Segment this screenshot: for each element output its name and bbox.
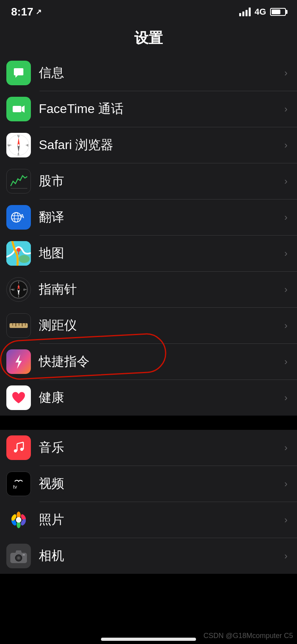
- svg-rect-45: [10, 439, 27, 456]
- measure-chevron: ›: [284, 320, 287, 331]
- messages-chevron: ›: [284, 67, 287, 79]
- compass-icon: N S W E: [6, 277, 31, 302]
- location-icon: ↗: [36, 8, 42, 16]
- svg-text:E: E: [27, 144, 29, 147]
- settings-section-1: 信息 › FaceTime 通话 ›: [0, 55, 297, 416]
- page-title-section: 设置: [0, 24, 297, 55]
- safari-chevron: ›: [284, 140, 287, 151]
- stocks-chevron: ›: [284, 176, 287, 187]
- signal-bars: [239, 8, 251, 16]
- svg-rect-63: [23, 554, 25, 556]
- photos-label: 照片: [39, 511, 284, 529]
- health-icon: [6, 385, 31, 410]
- svg-point-24: [19, 255, 30, 263]
- svg-point-62: [17, 557, 20, 559]
- music-label: 音乐: [39, 439, 284, 456]
- settings-row-camera[interactable]: 相机 ›: [0, 538, 297, 574]
- svg-point-18: [11, 213, 21, 222]
- battery-indicator: [270, 8, 286, 16]
- translate-icon: A: [6, 205, 31, 230]
- messages-label: 信息: [39, 64, 284, 82]
- safari-label: Safari 浏览器: [39, 136, 284, 154]
- network-label: 4G: [255, 7, 266, 17]
- health-label: 健康: [39, 389, 284, 406]
- svg-marker-43: [15, 355, 22, 369]
- photos-icon: [6, 508, 31, 532]
- settings-row-shortcuts[interactable]: 快捷指令 ›: [0, 344, 297, 380]
- settings-row-photos[interactable]: 照片 ›: [0, 502, 297, 538]
- settings-section-2: 音乐 › tv 视频 ›: [0, 430, 297, 574]
- camera-icon: [6, 544, 31, 568]
- settings-row-maps[interactable]: 地图 ›: [0, 236, 297, 271]
- music-icon: [6, 435, 31, 460]
- svg-text:W: W: [8, 144, 10, 147]
- status-right: 4G: [239, 7, 286, 17]
- stocks-icon: [6, 169, 31, 194]
- music-chevron: ›: [284, 442, 287, 453]
- tv-label: 视频: [39, 475, 284, 493]
- watermark: CSDN @G18Mcomputer C5: [204, 632, 293, 640]
- camera-label: 相机: [39, 547, 284, 565]
- time-label: 8:17: [11, 6, 33, 18]
- settings-row-stocks[interactable]: 股市 ›: [0, 163, 297, 199]
- settings-row-translate[interactable]: A 翻译 ›: [0, 199, 297, 235]
- settings-row-compass[interactable]: N S W E 指南针 ›: [0, 272, 297, 307]
- shortcuts-label: 快捷指令: [39, 353, 284, 370]
- page-title: 设置: [0, 29, 297, 48]
- svg-text:A: A: [20, 213, 24, 219]
- settings-row-health[interactable]: 健康 ›: [0, 380, 297, 416]
- maps-label: 地图: [39, 245, 284, 262]
- settings-row-safari[interactable]: N S W E Safari 浏览器 ›: [0, 127, 297, 163]
- svg-text:N: N: [17, 134, 19, 137]
- facetime-icon: [6, 97, 31, 121]
- status-time: 8:17 ↗: [11, 6, 42, 18]
- section-gap: [0, 416, 297, 430]
- status-bar: 8:17 ↗ 4G: [0, 0, 297, 24]
- safari-icon: N S W E: [6, 133, 31, 157]
- photos-chevron: ›: [284, 514, 287, 525]
- maps-icon: [6, 241, 31, 266]
- settings-row-measure[interactable]: 测距仪 ›: [0, 308, 297, 343]
- svg-point-57: [16, 517, 21, 523]
- health-chevron: ›: [284, 392, 287, 403]
- settings-row-messages[interactable]: 信息 ›: [0, 55, 297, 91]
- svg-text:E: E: [23, 288, 25, 291]
- messages-icon: [6, 61, 31, 85]
- settings-row-facetime[interactable]: FaceTime 通话 ›: [0, 91, 297, 127]
- facetime-chevron: ›: [284, 104, 287, 115]
- camera-chevron: ›: [284, 550, 287, 562]
- measure-icon: [6, 313, 31, 338]
- svg-text:S: S: [17, 153, 19, 156]
- tv-icon: tv: [6, 472, 31, 496]
- compass-chevron: ›: [284, 284, 287, 295]
- maps-chevron: ›: [284, 248, 287, 259]
- svg-text:W: W: [12, 288, 15, 291]
- home-indicator: [101, 638, 196, 641]
- svg-rect-2: [13, 106, 21, 112]
- facetime-label: FaceTime 通话: [39, 100, 284, 118]
- svg-point-19: [14, 213, 18, 222]
- svg-rect-49: [10, 475, 27, 493]
- svg-point-25: [17, 248, 21, 252]
- svg-text:tv: tv: [13, 484, 17, 490]
- shortcuts-icon: [6, 349, 31, 374]
- compass-label: 指南针: [39, 281, 284, 298]
- shortcuts-chevron: ›: [284, 356, 287, 367]
- stocks-label: 股市: [39, 172, 284, 190]
- tv-chevron: ›: [284, 478, 287, 489]
- settings-row-tv[interactable]: tv 视频 ›: [0, 466, 297, 502]
- translate-label: 翻译: [39, 209, 284, 226]
- measure-label: 测距仪: [39, 317, 284, 334]
- translate-chevron: ›: [284, 212, 287, 223]
- svg-rect-37: [10, 323, 28, 328]
- settings-row-music[interactable]: 音乐 ›: [0, 430, 297, 466]
